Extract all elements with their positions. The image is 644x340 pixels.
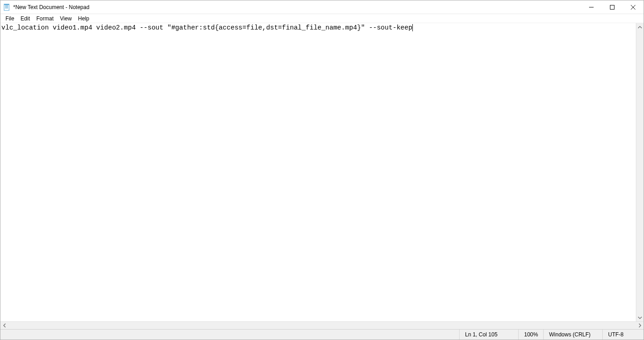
text-line: vlc_location video1.mp4 video2.mp4 --sou… bbox=[1, 24, 412, 31]
vscroll-track[interactable] bbox=[636, 31, 644, 314]
titlebar-left: *New Text Document - Notepad bbox=[0, 4, 89, 11]
editor-content[interactable]: vlc_location video1.mp4 video2.mp4 --sou… bbox=[0, 23, 644, 321]
notepad-window: *New Text Document - Notepad File Edit F… bbox=[0, 0, 644, 340]
minimize-button[interactable] bbox=[581, 0, 602, 14]
vertical-scrollbar[interactable] bbox=[636, 23, 644, 321]
maximize-button[interactable] bbox=[602, 0, 623, 14]
menubar: File Edit Format View Help bbox=[0, 14, 644, 23]
menu-format[interactable]: Format bbox=[33, 15, 57, 23]
status-cursor-position: Ln 1, Col 105 bbox=[460, 330, 519, 340]
scroll-down-arrow-icon[interactable] bbox=[636, 314, 644, 321]
scroll-up-arrow-icon[interactable] bbox=[636, 23, 644, 31]
window-controls bbox=[581, 0, 644, 14]
window-title: *New Text Document - Notepad bbox=[13, 4, 89, 10]
text-caret bbox=[412, 24, 413, 31]
notepad-icon bbox=[3, 4, 10, 11]
menu-help[interactable]: Help bbox=[75, 15, 93, 23]
menu-view[interactable]: View bbox=[57, 15, 75, 23]
svg-rect-7 bbox=[610, 5, 614, 9]
scroll-right-arrow-icon[interactable] bbox=[636, 322, 644, 330]
hscroll-track[interactable] bbox=[8, 322, 636, 329]
close-button[interactable] bbox=[623, 0, 644, 14]
status-spacer bbox=[0, 330, 460, 340]
horizontal-scrollbar[interactable] bbox=[0, 321, 644, 329]
statusbar: Ln 1, Col 105 100% Windows (CRLF) UTF-8 bbox=[0, 329, 644, 340]
scroll-left-arrow-icon[interactable] bbox=[0, 322, 8, 330]
titlebar[interactable]: *New Text Document - Notepad bbox=[0, 0, 644, 14]
menu-file[interactable]: File bbox=[2, 15, 17, 23]
status-zoom: 100% bbox=[519, 330, 544, 340]
editor-area: vlc_location video1.mp4 video2.mp4 --sou… bbox=[0, 23, 644, 329]
status-line-ending: Windows (CRLF) bbox=[544, 330, 603, 340]
text-editor[interactable]: vlc_location video1.mp4 video2.mp4 --sou… bbox=[0, 23, 644, 321]
svg-rect-5 bbox=[4, 4, 9, 5]
status-encoding: UTF-8 bbox=[603, 330, 644, 340]
menu-edit[interactable]: Edit bbox=[17, 15, 33, 23]
